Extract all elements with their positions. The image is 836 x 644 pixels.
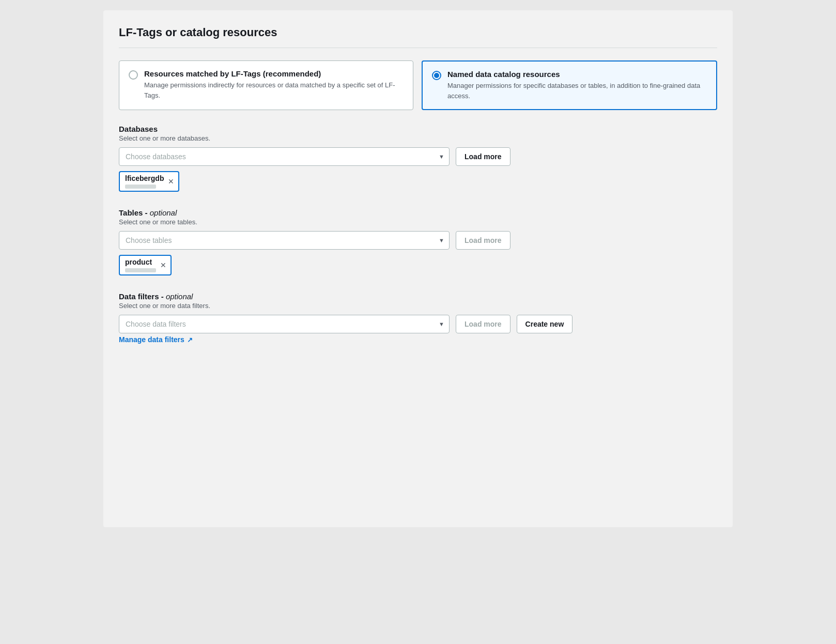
data-filters-input-row: Choose data filters ▼ Load more Create n…	[119, 315, 717, 333]
option-lf-tags-desc: Manage permissions indirectly for resour…	[144, 80, 404, 100]
tables-input-row: Choose tables ▼ Load more	[119, 231, 717, 250]
databases-tag-inner: lficebergdb	[125, 174, 164, 189]
tables-load-more-button[interactable]: Load more	[456, 231, 510, 250]
databases-select[interactable]: Choose databases	[119, 147, 450, 166]
databases-label: Databases	[119, 125, 717, 133]
page-title: LF-Tags or catalog resources	[119, 26, 717, 48]
option-named-catalog-title: Named data catalog resources	[447, 70, 707, 79]
databases-input-row: Choose databases ▼ Load more	[119, 147, 717, 166]
tables-select-wrapper: Choose tables ▼	[119, 231, 450, 250]
tables-section: Tables - optional Select one or more tab…	[119, 208, 717, 278]
data-filters-label-text: Data filters	[119, 292, 159, 301]
databases-tag-name: lficebergdb	[125, 174, 164, 182]
option-lf-tags[interactable]: Resources matched by LF-Tags (recommende…	[119, 60, 413, 110]
tables-tag-product: product ✕	[119, 255, 172, 275]
external-link-icon: ↗	[187, 336, 193, 344]
tables-label: Tables - optional	[119, 208, 717, 217]
option-named-catalog[interactable]: Named data catalog resources Manager per…	[422, 60, 717, 110]
tables-tag-name: product	[125, 258, 156, 266]
option-lf-tags-title: Resources matched by LF-Tags (recommende…	[144, 69, 404, 78]
data-filters-create-new-button[interactable]: Create new	[517, 315, 573, 333]
manage-data-filters-label: Manage data filters	[119, 335, 184, 344]
data-filters-label-suffix: optional	[166, 292, 193, 301]
tables-label-text: Tables	[119, 208, 143, 217]
radio-lf-tags[interactable]	[129, 70, 138, 80]
databases-sublabel: Select one or more databases.	[119, 134, 717, 142]
data-filters-sublabel: Select one or more data filters.	[119, 302, 717, 310]
tables-sublabel: Select one or more tables.	[119, 218, 717, 226]
option-named-catalog-desc: Manager permissions for specific databas…	[447, 81, 707, 101]
databases-load-more-button[interactable]: Load more	[456, 147, 510, 166]
tables-label-suffix: optional	[150, 208, 177, 217]
tables-select[interactable]: Choose tables	[119, 231, 450, 250]
tables-tag-close[interactable]: ✕	[160, 262, 166, 269]
radio-named-catalog[interactable]	[432, 71, 441, 80]
manage-data-filters-link[interactable]: Manage data filters ↗	[119, 335, 193, 344]
tables-tag-inner: product	[125, 258, 156, 272]
data-filters-load-more-button[interactable]: Load more	[456, 315, 510, 333]
data-filters-select-wrapper: Choose data filters ▼	[119, 315, 450, 333]
data-filters-select[interactable]: Choose data filters	[119, 315, 450, 333]
page-container: LF-Tags or catalog resources Resources m…	[103, 10, 733, 527]
data-filters-section: Data filters - optional Select one or mo…	[119, 292, 717, 344]
option-named-catalog-text: Named data catalog resources Manager per…	[447, 70, 707, 101]
databases-tag-close[interactable]: ✕	[168, 178, 174, 185]
databases-tag-lficebergdb: lficebergdb ✕	[119, 171, 179, 192]
databases-tag-bar	[125, 185, 156, 189]
tables-tag-bar	[125, 268, 156, 272]
data-filters-label: Data filters - optional	[119, 292, 717, 301]
options-row: Resources matched by LF-Tags (recommende…	[119, 60, 717, 110]
databases-section: Databases Select one or more databases. …	[119, 125, 717, 194]
option-lf-tags-text: Resources matched by LF-Tags (recommende…	[144, 69, 404, 100]
databases-select-wrapper: Choose databases ▼	[119, 147, 450, 166]
